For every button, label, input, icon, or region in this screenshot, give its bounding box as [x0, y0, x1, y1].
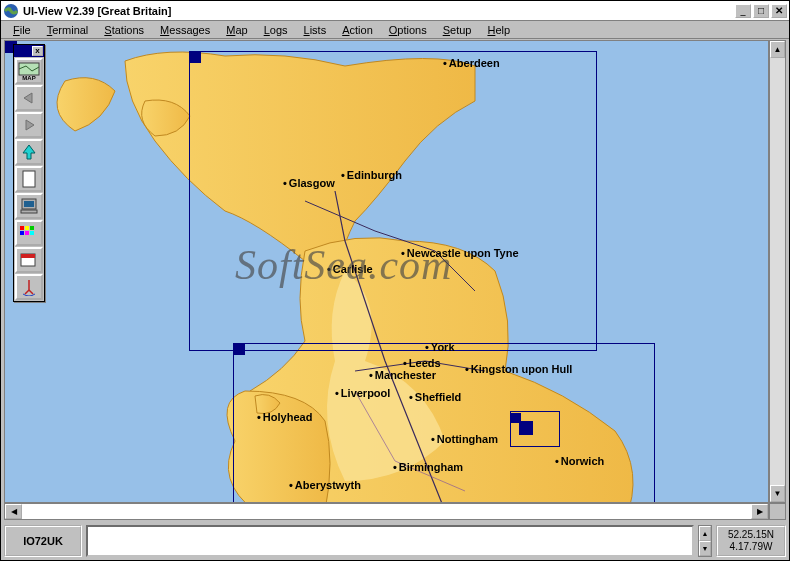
computer-button[interactable] [15, 193, 43, 219]
toolbox-palette[interactable]: x MAP [13, 44, 45, 302]
svg-rect-10 [30, 226, 34, 230]
city-label: Carlisle [327, 263, 373, 275]
svg-rect-15 [21, 254, 35, 258]
city-label: Norwich [555, 455, 604, 467]
toolbox-titlebar[interactable]: x [14, 45, 44, 57]
antenna-icon [20, 278, 38, 296]
menu-action[interactable]: Action [334, 22, 381, 38]
forward-arrow-icon [20, 118, 38, 132]
scroll-right-button[interactable]: ▶ [751, 504, 768, 519]
longitude: 4.17.79W [730, 541, 773, 553]
city-label: Glasgow [283, 177, 335, 189]
menu-map[interactable]: Map [218, 22, 255, 38]
title-bar: UI-View V2.39 [Great Britain] _ □ ✕ [1, 1, 789, 21]
main-area: AberdeenEdinburghGlasgowNewcastle upon T… [4, 40, 786, 520]
menu-file[interactable]: File [5, 22, 39, 38]
status-message [86, 525, 694, 557]
vertical-scrollbar[interactable]: ▲ ▼ [769, 40, 786, 503]
menu-terminal[interactable]: Terminal [39, 22, 97, 38]
red-folder-icon [19, 252, 39, 268]
svg-rect-9 [25, 226, 29, 230]
selection-handle[interactable] [189, 51, 201, 63]
menu-help[interactable]: Help [479, 22, 518, 38]
city-label: York [425, 341, 455, 353]
scroll-left-button[interactable]: ◀ [5, 504, 22, 519]
city-label: Sheffield [409, 391, 461, 403]
menu-options[interactable]: Options [381, 22, 435, 38]
stepper-up[interactable]: ▲ [699, 526, 711, 541]
svg-rect-7 [21, 210, 37, 213]
maximize-button[interactable]: □ [753, 4, 769, 18]
up-button[interactable] [15, 139, 43, 165]
menu-stations[interactable]: Stations [96, 22, 152, 38]
close-button[interactable]: ✕ [771, 4, 787, 18]
window-buttons: _ □ ✕ [735, 4, 787, 18]
city-label: Liverpool [335, 387, 390, 399]
vscroll-track[interactable] [770, 58, 785, 485]
message-stepper[interactable]: ▲ ▼ [698, 525, 712, 557]
status-bar: IO72UK ▲ ▼ 52.25.15N 4.17.79W [4, 525, 786, 557]
selection-handle[interactable] [233, 343, 245, 355]
svg-rect-6 [24, 201, 34, 207]
globe-icon [3, 3, 19, 19]
hscroll-track[interactable] [22, 504, 751, 519]
city-label: Nottingham [431, 433, 498, 445]
selection-handle[interactable] [519, 421, 533, 435]
latitude: 52.25.15N [728, 529, 774, 541]
up-arrow-icon [21, 143, 37, 161]
city-label: Aberystwyth [289, 479, 361, 491]
menu-setup[interactable]: Setup [435, 22, 480, 38]
menu-bar: File Terminal Stations Messages Map Logs… [1, 21, 789, 39]
toolbox-close-button[interactable]: x [32, 46, 43, 56]
minimize-button[interactable]: _ [735, 4, 751, 18]
svg-text:MAP: MAP [22, 75, 35, 80]
city-label: Manchester [369, 369, 436, 381]
scroll-down-button[interactable]: ▼ [770, 485, 785, 502]
stepper-down[interactable]: ▼ [699, 541, 711, 556]
menu-lists[interactable]: Lists [296, 22, 335, 38]
palette-button[interactable] [15, 220, 43, 246]
svg-rect-13 [30, 231, 34, 235]
locator-cell: IO72UK [4, 525, 82, 557]
horizontal-scrollbar[interactable]: ◀ ▶ [4, 503, 769, 520]
city-label: Kingston upon Hull [465, 363, 572, 375]
folder-button[interactable] [15, 247, 43, 273]
back-button[interactable] [15, 85, 43, 111]
map-button[interactable]: MAP [15, 58, 43, 84]
city-label: Edinburgh [341, 169, 402, 181]
menu-logs[interactable]: Logs [256, 22, 296, 38]
city-label: Newcastle upon Tyne [401, 247, 519, 259]
svg-rect-8 [20, 226, 24, 230]
city-label: Birmingham [393, 461, 463, 473]
city-label: Leeds [403, 357, 441, 369]
svg-rect-4 [23, 171, 35, 187]
selection-rect-1[interactable] [189, 51, 597, 351]
forward-button[interactable] [15, 112, 43, 138]
coordinates-cell: 52.25.15N 4.17.79W [716, 525, 786, 557]
computer-icon [19, 197, 39, 215]
menu-messages[interactable]: Messages [152, 22, 218, 38]
city-label: Holyhead [257, 411, 312, 423]
svg-rect-12 [25, 231, 29, 235]
scrollbar-corner [769, 503, 786, 520]
scroll-up-button[interactable]: ▲ [770, 41, 785, 58]
map-icon: MAP [18, 62, 40, 80]
blank-page-icon [21, 170, 37, 188]
svg-point-1 [7, 7, 12, 11]
blank-page-button[interactable] [15, 166, 43, 192]
window-title: UI-View V2.39 [Great Britain] [23, 5, 735, 17]
color-palette-icon [19, 225, 39, 241]
svg-rect-11 [20, 231, 24, 235]
map-canvas[interactable]: AberdeenEdinburghGlasgowNewcastle upon T… [4, 40, 769, 503]
antenna-button[interactable] [15, 274, 43, 300]
city-label: Aberdeen [443, 57, 500, 69]
back-arrow-icon [20, 91, 38, 105]
